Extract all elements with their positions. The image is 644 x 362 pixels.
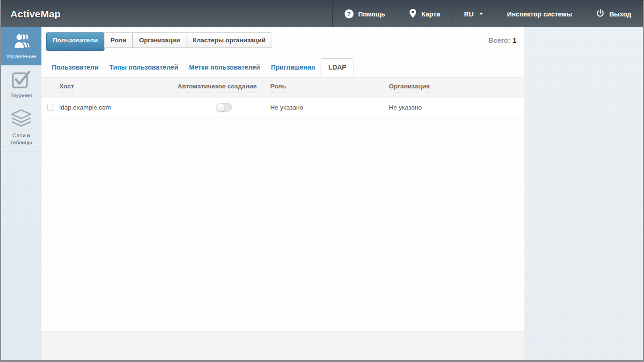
role-cell: Не указано: [270, 104, 389, 111]
sidebar-item-management[interactable]: Управление: [1, 27, 41, 65]
toggle-knob: [216, 103, 225, 112]
column-header-role[interactable]: Роль: [270, 83, 389, 93]
logout-button[interactable]: Выход: [584, 0, 643, 27]
help-button[interactable]: ? Помощь: [332, 0, 397, 27]
system-inspector-label: Инспектор системы: [507, 10, 572, 18]
top-bar: ActiveMap ? Помощь Карта RU: [1, 0, 643, 27]
help-label: Помощь: [358, 10, 386, 18]
app-logo: ActiveMap: [1, 8, 61, 20]
layers-icon: [10, 109, 32, 129]
column-header-organization[interactable]: Организация: [389, 83, 524, 93]
total-label: Всего:: [489, 37, 510, 44]
table-header: Хост Автоматичекое создание Роль Организ…: [41, 77, 524, 98]
subtab-invitations[interactable]: Приглашения: [266, 58, 320, 76]
logout-label: Выход: [609, 10, 631, 18]
help-circle-icon: ?: [345, 9, 354, 18]
sidebar-item-tasks[interactable]: Задания: [1, 65, 41, 104]
power-icon: [596, 9, 604, 19]
total-value: 1: [513, 37, 516, 44]
map-label: Карта: [421, 10, 440, 18]
secondary-tabs: Пользователи Типы пользователей Метки по…: [47, 58, 354, 76]
subtab-ldap[interactable]: LDAP: [321, 58, 354, 76]
subtab-user-types[interactable]: Типы пользователей: [104, 58, 183, 76]
language-label: RU: [464, 10, 474, 18]
panel-footer: [41, 331, 524, 360]
table-row[interactable]: ldap.example.com Не указано Не указано: [41, 98, 524, 117]
sidebar-item-layers-tables[interactable]: Слои и таблицы: [1, 104, 41, 151]
tab-roles[interactable]: Роли: [104, 32, 133, 48]
users-icon: [10, 32, 32, 50]
auto-creation-toggle[interactable]: [216, 103, 232, 112]
map-pin-icon: [409, 8, 417, 20]
tab-organization-clusters[interactable]: Кластеры организаций: [186, 32, 272, 48]
total-counter: Всего:1: [489, 37, 516, 44]
content-panel: Пользователи Роли Организации Кластеры о…: [41, 27, 524, 331]
tab-organizations[interactable]: Организации: [132, 32, 186, 48]
sidebar: Управление Задания: [1, 27, 41, 360]
sidebar-item-label: Управление: [6, 53, 36, 60]
subtab-users[interactable]: Пользователи: [47, 58, 104, 76]
sidebar-item-label: Слои и таблицы: [2, 132, 40, 146]
organization-cell: Не указано: [389, 104, 524, 111]
column-header-auto-creation[interactable]: Автоматичекое создание: [177, 83, 270, 93]
app-window: ActiveMap ? Помощь Карта RU: [0, 0, 644, 362]
host-cell: ldap.example.com: [59, 104, 177, 111]
primary-tabs: Пользователи Роли Организации Кластеры о…: [46, 32, 272, 51]
row-select-cell: [41, 104, 59, 111]
task-check-icon: [11, 70, 31, 89]
sidebar-item-label: Задания: [10, 92, 32, 99]
map-button[interactable]: Карта: [397, 0, 452, 27]
top-nav: ? Помощь Карта RU Инспектор системы: [332, 0, 643, 27]
language-dropdown[interactable]: RU: [452, 0, 495, 27]
row-checkbox[interactable]: [47, 104, 54, 111]
column-header-host[interactable]: Хост: [59, 83, 177, 93]
auto-creation-cell: [177, 103, 270, 112]
tab-users[interactable]: Пользователи: [46, 32, 105, 51]
subtab-user-labels[interactable]: Метки пользователей: [184, 58, 265, 76]
system-inspector-button[interactable]: Инспектор системы: [495, 0, 584, 27]
caret-down-icon: [479, 13, 483, 15]
